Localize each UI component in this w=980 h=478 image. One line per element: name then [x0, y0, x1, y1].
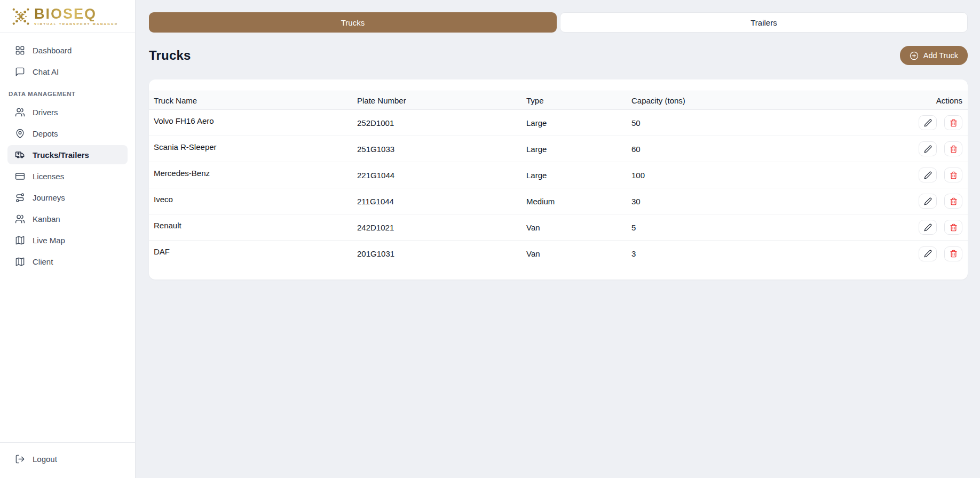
plate-number-cell: 242D1021: [352, 223, 521, 232]
truck-name-cell: Mercedes-Benz: [149, 171, 352, 180]
map-icon: [15, 257, 25, 267]
plus-circle-icon: [910, 51, 919, 60]
delete-button[interactable]: [944, 220, 962, 235]
table-header-row: Truck Name Plate Number Type Capacity (t…: [149, 91, 968, 110]
column-header-actions: Actions: [898, 96, 968, 105]
sidebar-item-label: Licenses: [33, 172, 64, 181]
type-cell: Van: [521, 223, 627, 232]
sidebar-section-label: DATA MANAGEMENT: [7, 83, 128, 102]
column-header-capacity: Capacity (tons): [627, 96, 898, 105]
capacity-cell: 3: [627, 249, 898, 258]
plate-number-cell: 221G1044: [352, 171, 521, 180]
table-row: DAF 201G1031 Van 3: [149, 241, 968, 267]
trucks-trailers-tabs: Trucks Trailers: [149, 12, 968, 33]
users-icon: [15, 214, 25, 224]
brand-name: BIOSEQ: [34, 7, 118, 21]
edit-button[interactable]: [919, 220, 937, 235]
plate-number-cell: 252D1001: [352, 118, 521, 128]
table-row: Renault 242D1021 Van 5: [149, 214, 968, 241]
edit-button[interactable]: [919, 115, 937, 130]
map-icon: [15, 235, 25, 245]
sidebar-item-drivers[interactable]: Drivers: [7, 102, 128, 122]
sidebar-item-label: Chat AI: [33, 67, 59, 76]
capacity-cell: 60: [627, 145, 898, 154]
add-truck-button[interactable]: Add Truck: [900, 46, 968, 65]
sidebar-item-depots[interactable]: Depots: [7, 124, 128, 143]
sidebar-nav: Dashboard Chat AI DATA MANAGEMENT Driver…: [0, 33, 135, 273]
add-truck-label: Add Truck: [923, 51, 958, 60]
actions-cell: [898, 220, 968, 235]
trucks-table-card: Truck Name Plate Number Type Capacity (t…: [149, 79, 968, 280]
truck-name-cell: DAF: [149, 249, 352, 258]
truck-name-cell: Scania R-Sleeper: [149, 145, 352, 154]
logout-label: Logout: [33, 455, 57, 464]
delete-button[interactable]: [944, 168, 962, 182]
pencil-icon: [924, 145, 932, 153]
type-cell: Van: [521, 249, 627, 258]
delete-button[interactable]: [944, 194, 962, 209]
sidebar-item-trucks-trailers[interactable]: Trucks/Trailers: [7, 145, 128, 164]
actions-cell: [898, 115, 968, 130]
logout-button[interactable]: Logout: [7, 449, 128, 468]
page-title: Trucks: [149, 48, 191, 63]
type-cell: Large: [521, 118, 627, 128]
type-cell: Large: [521, 171, 627, 180]
actions-cell: [898, 168, 968, 182]
sidebar-footer: Logout: [0, 442, 135, 478]
edit-button[interactable]: [919, 141, 937, 156]
map-pin-icon: [15, 129, 25, 139]
table-row: Mercedes-Benz 221G1044 Large 100: [149, 162, 968, 188]
sidebar: BIOSEQ VIRTUAL TRANSPORT MANAGER Dashboa…: [0, 0, 136, 478]
sidebar-item-kanban[interactable]: Kanban: [7, 209, 128, 228]
type-cell: Medium: [521, 197, 627, 206]
trash-icon: [950, 171, 958, 179]
capacity-cell: 100: [627, 171, 898, 180]
delete-button[interactable]: [944, 115, 962, 130]
actions-cell: [898, 141, 968, 156]
tab-trucks[interactable]: Trucks: [149, 12, 557, 33]
tab-trailers[interactable]: Trailers: [560, 12, 968, 33]
trash-icon: [950, 224, 958, 232]
brand-tagline: VIRTUAL TRANSPORT MANAGER: [34, 22, 118, 26]
sidebar-item-dashboard[interactable]: Dashboard: [7, 41, 128, 60]
delete-button[interactable]: [944, 141, 962, 156]
sidebar-item-label: Kanban: [33, 214, 60, 224]
column-header-type: Type: [521, 96, 627, 105]
pencil-icon: [924, 171, 932, 179]
trash-icon: [950, 145, 958, 153]
sidebar-item-label: Live Map: [33, 236, 65, 245]
trash-icon: [950, 119, 958, 127]
actions-cell: [898, 194, 968, 209]
sidebar-item-chat-ai[interactable]: Chat AI: [7, 62, 128, 81]
edit-button[interactable]: [919, 194, 937, 209]
brand-mark-icon: [11, 6, 31, 27]
actions-cell: [898, 246, 968, 261]
trash-icon: [950, 250, 958, 258]
delete-button[interactable]: [944, 246, 962, 261]
sidebar-item-label: Journeys: [33, 193, 65, 202]
plate-number-cell: 201G1031: [352, 249, 521, 258]
sidebar-item-live-map[interactable]: Live Map: [7, 230, 128, 250]
logout-icon: [15, 454, 25, 464]
column-header-plate-number: Plate Number: [352, 96, 521, 105]
sidebar-item-label: Trucks/Trailers: [33, 150, 89, 160]
table-row: Iveco 211G1044 Medium 30: [149, 188, 968, 214]
truck-name-cell: Renault: [149, 223, 352, 232]
sidebar-item-client[interactable]: Client: [7, 252, 128, 271]
pencil-icon: [924, 119, 932, 127]
route-icon: [15, 193, 25, 203]
sidebar-item-label: Client: [33, 257, 53, 266]
edit-button[interactable]: [919, 246, 937, 261]
sidebar-item-label: Dashboard: [33, 46, 72, 55]
trash-icon: [950, 197, 958, 205]
sidebar-item-licenses[interactable]: Licenses: [7, 166, 128, 186]
capacity-cell: 30: [627, 197, 898, 206]
sidebar-item-journeys[interactable]: Journeys: [7, 188, 128, 207]
edit-button[interactable]: [919, 168, 937, 182]
brand-logo: BIOSEQ VIRTUAL TRANSPORT MANAGER: [0, 0, 135, 33]
truck-name-cell: Volvo FH16 Aero: [149, 118, 352, 128]
page-header: Trucks Add Truck: [149, 46, 968, 65]
sidebar-item-label: Drivers: [33, 108, 58, 117]
main-content: Trucks Trailers Trucks Add Truck Truck N…: [136, 0, 980, 478]
capacity-cell: 5: [627, 223, 898, 232]
